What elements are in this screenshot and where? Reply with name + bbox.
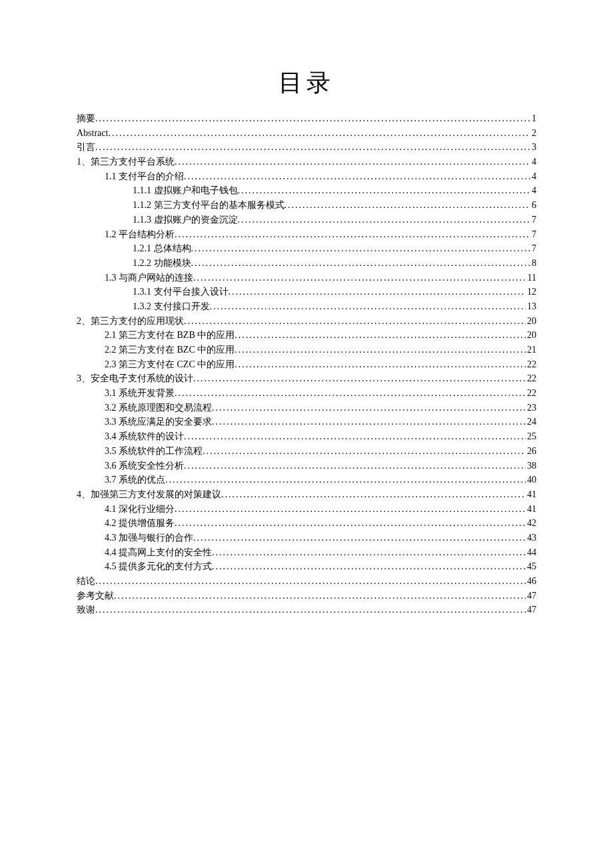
toc-entry: 2、第三方支付的应用现状20 — [77, 314, 536, 329]
toc-entry-page: 44 — [526, 545, 536, 560]
toc-entry-label: 4.4 提高网上支付的安全性 — [105, 545, 212, 560]
toc-entry: 1.1.2 第三方支付平台的基本服务模式6 — [77, 198, 536, 213]
toc-entry: 4.5 提供多元化的支付方式45 — [77, 559, 536, 574]
toc-entry-page: 45 — [526, 559, 536, 574]
toc-entry-label: 摘要 — [77, 111, 95, 126]
toc-entry-page: 46 — [526, 574, 536, 589]
toc-entry: 1.1.3 虚拟账户的资金沉淀7 — [77, 213, 536, 227]
toc-entry-page: 22 — [526, 357, 536, 372]
toc-entry-page: 1 — [530, 111, 536, 126]
toc-leader-dots — [175, 155, 530, 169]
toc-entry: 1.2 平台结构分析7 — [77, 227, 536, 242]
toc-entry-label: 1.3.2 支付接口开发 — [133, 299, 210, 314]
toc-leader-dots — [184, 169, 530, 184]
toc-entry: 3.4 系统软件的设计25 — [77, 429, 536, 444]
toc-entry: 1.1 支付平台的介绍4 — [77, 169, 536, 184]
toc-entry-label: 1.1.2 第三方支付平台的基本服务模式 — [133, 198, 285, 213]
toc-entry-page: 7 — [530, 241, 536, 256]
toc-leader-dots — [108, 126, 530, 141]
toc-leader-dots — [193, 531, 526, 545]
toc-entry-page: 7 — [530, 227, 536, 242]
toc-entry-page: 20 — [526, 328, 536, 343]
toc-entry-label: 3.7 系统的优点 — [105, 473, 165, 487]
toc-entry: 1、第三方支付平台系统4 — [77, 155, 536, 169]
toc-entry: 3.3 系统应满足的安全要求24 — [77, 415, 536, 429]
toc-entry-label: 1.3 与商户网站的连接 — [105, 271, 193, 285]
toc-entry-label: 1.2.1 总体结构 — [133, 241, 191, 256]
toc-leader-dots — [175, 502, 526, 517]
toc-entry: 4.4 提高网上支付的安全性44 — [77, 545, 536, 560]
toc-leader-dots — [221, 487, 526, 502]
toc-entry-label: 2.3 第三方支付在 CZC 中的应用 — [105, 357, 235, 372]
toc-entry-page: 7 — [530, 213, 536, 227]
toc-entry-page: 22 — [526, 371, 536, 386]
toc-entry: 3、安全电子支付系统的设计22 — [77, 371, 536, 386]
page-title: 目录 — [77, 67, 536, 99]
toc-entry-page: 25 — [526, 429, 536, 444]
toc-entry: 1.3.1 支付平台接入设计12 — [77, 285, 536, 299]
toc-entry-label: 1.1 支付平台的介绍 — [105, 169, 184, 184]
toc-entry: 摘要1 — [77, 111, 536, 126]
toc-entry-page: 20 — [526, 314, 536, 329]
toc-entry-label: 3、安全电子支付系统的设计 — [77, 371, 193, 386]
table-of-contents: 摘要1Abstract2引言31、第三方支付平台系统41.1 支付平台的介绍41… — [77, 111, 536, 617]
toc-leader-dots — [184, 429, 526, 444]
toc-entry-label: 2.1 第三方支付在 BZB 中的应用 — [105, 328, 235, 343]
toc-entry: 4.3 加强与银行的合作43 — [77, 531, 536, 545]
toc-entry-page: 41 — [526, 487, 536, 502]
toc-entry-label: 4.1 深化行业细分 — [105, 502, 175, 517]
toc-entry-page: 6 — [530, 198, 536, 213]
toc-entry-page: 40 — [526, 473, 536, 487]
toc-leader-dots — [114, 589, 526, 603]
toc-leader-dots — [191, 241, 531, 256]
toc-entry-page: 12 — [526, 285, 536, 299]
toc-entry-page: 47 — [526, 589, 536, 603]
toc-entry-label: 1.2.2 功能模块 — [133, 256, 191, 271]
toc-leader-dots — [193, 271, 526, 285]
toc-entry-label: 1.1.1 虚拟账户和电子钱包 — [133, 183, 238, 198]
toc-entry-label: 1、第三方支付平台系统 — [77, 155, 175, 169]
toc-entry: 4.1 深化行业细分41 — [77, 502, 536, 517]
toc-entry-page: 13 — [526, 299, 536, 314]
toc-entry-page: 43 — [526, 531, 536, 545]
toc-entry-label: 2.2 第三方支付在 BZC 中的应用 — [105, 343, 235, 357]
toc-entry: 致谢47 — [77, 603, 536, 617]
toc-entry-label: 3.4 系统软件的设计 — [105, 429, 184, 444]
toc-leader-dots — [165, 473, 526, 487]
toc-leader-dots — [235, 357, 526, 372]
toc-entry-label: 4.3 加强与银行的合作 — [105, 531, 193, 545]
toc-leader-dots — [238, 213, 531, 227]
toc-leader-dots — [193, 371, 526, 386]
toc-entry: 1.1.1 虚拟账户和电子钱包4 — [77, 183, 536, 198]
toc-entry-label: 3.1 系统开发背景 — [105, 386, 175, 401]
toc-leader-dots — [184, 459, 526, 473]
toc-entry-page: 41 — [526, 502, 536, 517]
toc-leader-dots — [235, 328, 526, 343]
toc-entry: 结论46 — [77, 574, 536, 589]
toc-entry-label: 1.3.1 支付平台接入设计 — [133, 285, 229, 299]
toc-entry-label: 1.1.3 虚拟账户的资金沉淀 — [133, 213, 238, 227]
toc-leader-dots — [175, 516, 526, 531]
toc-leader-dots — [235, 343, 526, 357]
toc-entry: 1.3 与商户网站的连接11 — [77, 271, 536, 285]
toc-leader-dots — [95, 574, 526, 589]
toc-entry-page: 4 — [530, 183, 536, 198]
toc-leader-dots — [175, 386, 526, 401]
toc-entry: 3.2 系统原理图和交易流程23 — [77, 401, 536, 415]
toc-entry: 1.2.2 功能模块8 — [77, 256, 536, 271]
toc-entry: 参考文献47 — [77, 589, 536, 603]
toc-entry-label: Abstract — [77, 126, 108, 141]
toc-entry: 2.1 第三方支付在 BZB 中的应用20 — [77, 328, 536, 343]
toc-entry-label: 3.2 系统原理图和交易流程 — [105, 401, 212, 415]
toc-entry-page: 3 — [530, 140, 536, 155]
toc-leader-dots — [285, 198, 531, 213]
toc-entry-page: 23 — [526, 401, 536, 415]
toc-entry-page: 21 — [526, 343, 536, 357]
toc-entry-label: 3.3 系统应满足的安全要求 — [105, 415, 212, 429]
toc-entry-label: 4.2 提供增值服务 — [105, 516, 175, 531]
toc-entry-page: 11 — [526, 271, 536, 285]
toc-entry-label: 引言 — [77, 140, 95, 155]
toc-leader-dots — [95, 140, 530, 155]
toc-entry: 4.2 提供增值服务42 — [77, 516, 536, 531]
toc-entry-page: 26 — [526, 444, 536, 459]
